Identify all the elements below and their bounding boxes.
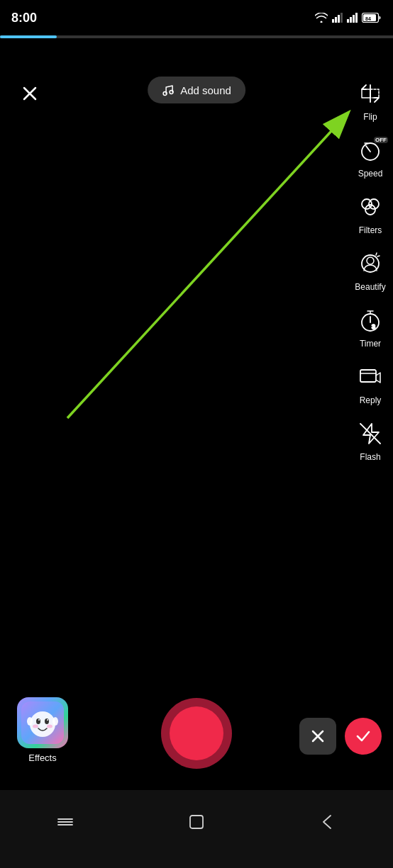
flip-icon-wrapper: [355, 78, 386, 109]
effects-app-icon: [21, 701, 64, 744]
svg-point-23: [47, 725, 52, 728]
svg-point-9: [369, 199, 379, 209]
status-icons: 84: [315, 13, 382, 23]
flash-icon-wrapper: [355, 418, 386, 449]
status-time: 8:00: [11, 11, 37, 26]
filters-icon-wrapper: [355, 191, 386, 222]
svg-text:3: 3: [372, 323, 375, 330]
effects-label: Effects: [28, 753, 57, 763]
close-icon: [20, 84, 40, 103]
add-sound-label: Add sound: [180, 84, 231, 96]
progress-bar-container: [0, 35, 393, 38]
svg-point-24: [27, 717, 33, 726]
filters-label: Filters: [359, 225, 382, 235]
filters-icon: [358, 194, 383, 220]
nav-home-button[interactable]: [187, 812, 206, 832]
filters-control[interactable]: Filters: [355, 191, 386, 235]
effects-button[interactable]: Effects: [17, 697, 68, 763]
discard-button[interactable]: [299, 718, 336, 755]
close-button[interactable]: [14, 78, 45, 109]
speed-off-badge: OFF: [374, 137, 388, 143]
svg-rect-15: [360, 370, 376, 382]
timer-icon-wrapper: 3: [355, 305, 386, 336]
speed-label: Speed: [358, 169, 383, 179]
green-arrow: [0, 71, 393, 567]
svg-point-18: [36, 718, 40, 724]
svg-text:84: 84: [365, 16, 371, 21]
flash-icon: [358, 421, 383, 446]
flash-label: Flash: [360, 452, 380, 462]
discard-icon: [310, 728, 326, 744]
nav-back-button[interactable]: [318, 812, 338, 832]
home-icon: [187, 812, 206, 832]
svg-line-6: [67, 113, 348, 418]
signal-bars-1: [332, 13, 343, 23]
beautify-icon: [358, 251, 383, 276]
svg-point-22: [33, 725, 38, 728]
confirm-icon: [355, 728, 372, 745]
speed-icon-wrapper: OFF: [355, 135, 386, 166]
back-icon: [318, 812, 338, 832]
status-bar: 8:00 84: [0, 0, 393, 35]
record-button[interactable]: [161, 698, 232, 769]
wifi-icon: [315, 13, 328, 23]
svg-point-21: [47, 719, 48, 721]
nav-menu-button[interactable]: [55, 812, 75, 832]
battery-icon: 84: [362, 13, 382, 23]
confirm-button[interactable]: [345, 718, 382, 755]
svg-point-4: [170, 91, 173, 94]
flip-label: Flip: [363, 112, 377, 122]
timer-label: Timer: [360, 339, 381, 349]
right-controls: Flip OFF Speed Filters: [355, 78, 386, 462]
svg-point-10: [365, 205, 375, 215]
flip-control[interactable]: Flip: [355, 78, 386, 122]
beautify-label: Beautify: [355, 282, 385, 292]
flip-icon: [358, 81, 383, 106]
signal-bars-2: [347, 13, 358, 23]
music-icon: [162, 84, 175, 96]
progress-bar-fill: [0, 35, 57, 38]
svg-rect-26: [190, 816, 203, 828]
nav-bar: [0, 790, 393, 868]
action-buttons: [299, 718, 382, 755]
reply-icon-wrapper: [355, 361, 386, 393]
beautify-icon-wrapper: [355, 248, 386, 279]
timer-control[interactable]: 3 Timer: [355, 305, 386, 349]
svg-point-17: [30, 711, 55, 737]
svg-point-3: [163, 92, 167, 96]
effects-icon: [17, 697, 68, 748]
record-button-inner: [170, 706, 223, 760]
speed-control[interactable]: OFF Speed: [355, 135, 386, 179]
timer-icon: 3: [358, 308, 383, 333]
reply-label: Reply: [360, 395, 382, 405]
menu-icon: [55, 812, 75, 832]
svg-point-20: [38, 719, 40, 721]
svg-point-25: [52, 717, 58, 726]
svg-point-12: [367, 257, 374, 264]
add-sound-button[interactable]: Add sound: [148, 77, 245, 103]
flash-control[interactable]: Flash: [355, 418, 386, 462]
reply-icon: [358, 364, 383, 390]
beautify-control[interactable]: Beautify: [355, 248, 386, 292]
reply-control[interactable]: Reply: [355, 361, 386, 405]
svg-point-19: [45, 718, 49, 724]
